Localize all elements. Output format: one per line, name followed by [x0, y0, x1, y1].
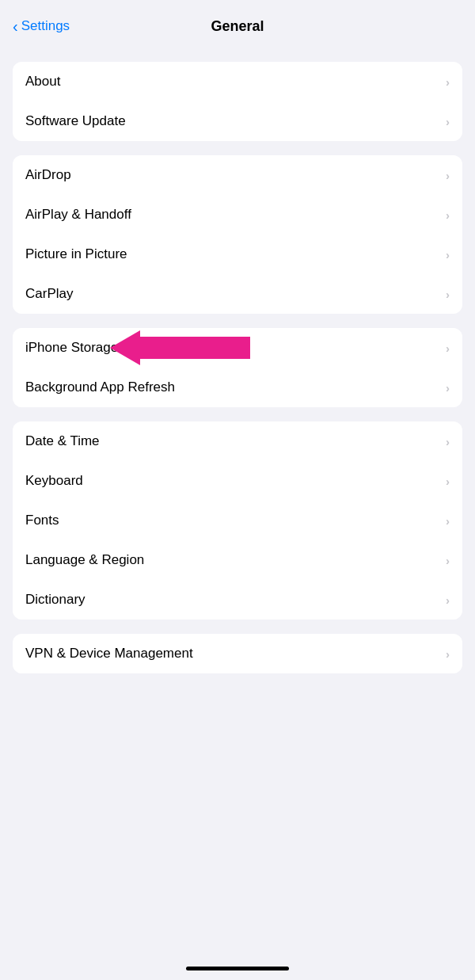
about-chevron-icon: › [446, 76, 450, 88]
about-label: About [25, 74, 60, 90]
annotation-arrow [139, 337, 250, 359]
iphone-storage-right: › [446, 342, 450, 354]
back-chevron-icon: ‹ [13, 18, 18, 34]
list-item-fonts[interactable]: Fonts › [13, 501, 462, 540]
dictionary-right: › [446, 594, 450, 606]
section-group-1: About › Software Update › [13, 62, 462, 141]
list-item-software-update[interactable]: Software Update › [13, 101, 462, 141]
background-app-refresh-right: › [446, 382, 450, 394]
background-app-refresh-chevron-icon: › [446, 382, 450, 394]
section-group-4: Date & Time › Keyboard › Fonts › Languag… [13, 421, 462, 620]
airdrop-label: AirDrop [25, 167, 71, 183]
home-indicator [186, 967, 289, 970]
keyboard-label: Keyboard [25, 473, 83, 489]
section-group-2: AirDrop › AirPlay & Handoff › Picture in… [13, 155, 462, 314]
software-update-right: › [446, 116, 450, 128]
list-item-background-app-refresh[interactable]: Background App Refresh › [13, 368, 462, 407]
list-item-dictionary[interactable]: Dictionary › [13, 580, 462, 620]
language-region-label: Language & Region [25, 552, 144, 568]
list-item-picture-in-picture[interactable]: Picture in Picture › [13, 235, 462, 274]
dictionary-label: Dictionary [25, 592, 86, 608]
list-item-airplay-handoff[interactable]: AirPlay & Handoff › [13, 195, 462, 235]
software-update-label: Software Update [25, 113, 126, 129]
date-time-label: Date & Time [25, 433, 100, 449]
iphone-storage-chevron-icon: › [446, 342, 450, 354]
list-item-about[interactable]: About › [13, 62, 462, 101]
vpn-device-management-right: › [446, 648, 450, 660]
language-region-chevron-icon: › [446, 555, 450, 566]
about-right: › [446, 76, 450, 88]
date-time-chevron-icon: › [446, 436, 450, 448]
navigation-bar: ‹ Settings General [0, 0, 475, 48]
section-group-5: VPN & Device Management › [13, 634, 462, 673]
airplay-handoff-chevron-icon: › [446, 209, 450, 221]
arrow-body [139, 337, 250, 359]
carplay-label: CarPlay [25, 286, 73, 302]
picture-in-picture-right: › [446, 249, 450, 261]
list-item-keyboard[interactable]: Keyboard › [13, 461, 462, 501]
keyboard-chevron-icon: › [446, 475, 450, 487]
back-button[interactable]: ‹ Settings [13, 18, 70, 34]
list-item-language-region[interactable]: Language & Region › [13, 540, 462, 580]
date-time-right: › [446, 436, 450, 448]
fonts-right: › [446, 515, 450, 527]
vpn-device-management-chevron-icon: › [446, 648, 450, 660]
software-update-chevron-icon: › [446, 116, 450, 128]
list-item-date-time[interactable]: Date & Time › [13, 421, 462, 461]
keyboard-right: › [446, 475, 450, 487]
fonts-label: Fonts [25, 513, 59, 528]
dictionary-chevron-icon: › [446, 594, 450, 606]
carplay-right: › [446, 288, 450, 300]
picture-in-picture-label: Picture in Picture [25, 246, 127, 262]
airdrop-right: › [446, 170, 450, 181]
page-title: General [211, 18, 264, 35]
airplay-handoff-right: › [446, 209, 450, 221]
airdrop-chevron-icon: › [446, 170, 450, 181]
back-label: Settings [21, 18, 70, 34]
fonts-chevron-icon: › [446, 515, 450, 527]
picture-in-picture-chevron-icon: › [446, 249, 450, 261]
vpn-device-management-label: VPN & Device Management [25, 646, 193, 662]
list-item-airdrop[interactable]: AirDrop › [13, 155, 462, 195]
background-app-refresh-label: Background App Refresh [25, 379, 175, 395]
list-item-vpn-device-management[interactable]: VPN & Device Management › [13, 634, 462, 673]
airplay-handoff-label: AirPlay & Handoff [25, 207, 131, 223]
list-item-iphone-storage[interactable]: iPhone Storage › [13, 328, 462, 368]
carplay-chevron-icon: › [446, 288, 450, 300]
list-item-carplay[interactable]: CarPlay › [13, 274, 462, 314]
language-region-right: › [446, 555, 450, 566]
section-group-3: iPhone Storage › Background App Refresh … [13, 328, 462, 407]
iphone-storage-label: iPhone Storage [25, 340, 118, 356]
